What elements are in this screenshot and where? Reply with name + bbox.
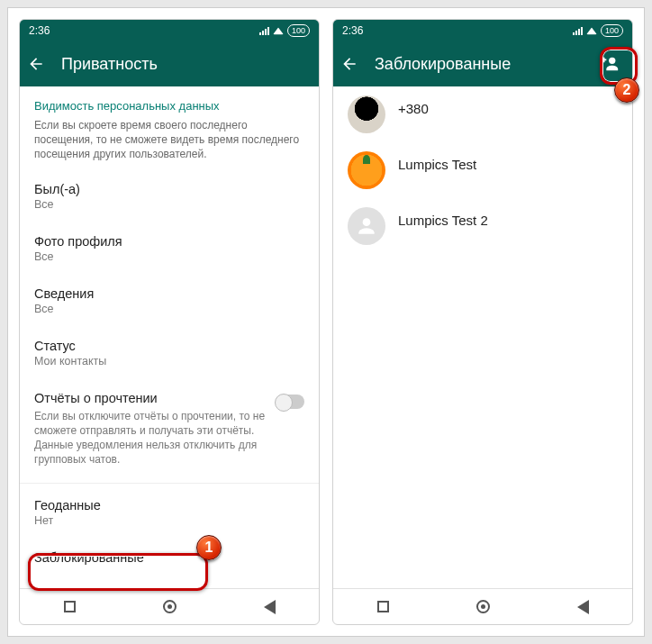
setting-label: Был(-а) [34,182,304,196]
contact-name: Lumpics Test [398,157,476,172]
back-arrow-icon[interactable] [340,55,358,73]
svg-point-1 [363,218,371,226]
signal-icon [259,26,269,35]
setting-read-receipts[interactable]: Отчёты о прочтении Если вы отключите отч… [20,380,319,480]
setting-label: Фото профиля [34,234,304,249]
battery-icon: 100 [287,24,310,37]
privacy-content: Видимость персональных данных Если вы ск… [20,86,319,588]
phone-privacy: 2:36 100 Приватность Видимость персональ… [19,19,320,625]
callout-box-1 [28,553,208,591]
setting-status[interactable]: Статус Мои контакты [20,328,319,380]
wifi-icon [586,27,597,34]
back-arrow-icon[interactable] [27,55,45,73]
appbar-blocked: Заблокированные [333,41,632,86]
blocked-contact[interactable]: Lumpics Test 2 [333,198,632,254]
battery-icon: 100 [601,24,623,37]
contact-sub [398,228,488,240]
contact-sub [398,116,429,129]
callout-badge-2: 2 [614,77,639,103]
nav-back-icon[interactable] [264,600,276,614]
nav-back-icon[interactable] [577,600,589,614]
nav-home-icon[interactable] [163,600,177,613]
clock: 2:36 [342,24,363,37]
setting-value: Все [34,250,304,263]
setting-value: Мои контакты [34,355,304,367]
contact-name: Lumpics Test 2 [398,213,488,228]
blocked-content: +380 Lumpics Test Lumpics Test 2 [333,86,632,588]
phone-blocked: 2:36 100 Заблокированные +380 [332,19,633,625]
setting-value: Нет [34,514,304,527]
setting-label: Статус [34,339,304,353]
nav-recents-icon[interactable] [377,601,389,612]
setting-live-location[interactable]: Геоданные Нет [20,487,319,540]
setting-value: Все [34,303,304,315]
setting-desc: Если вы отключите отчёты о прочтении, то… [34,409,267,467]
setting-profile-photo[interactable]: Фото профиля Все [20,223,319,276]
wifi-icon [273,27,284,34]
appbar-privacy: Приватность [20,41,319,86]
contact-sub [398,172,476,185]
android-navbar [20,588,319,624]
blocked-contact[interactable]: Lumpics Test [333,142,632,198]
android-navbar [333,588,632,624]
blocked-contact[interactable]: +380 [333,86,632,142]
appbar-title: Заблокированные [375,55,584,74]
avatar [348,207,385,245]
callout-badge-1: 1 [196,535,222,560]
contact-name: +380 [398,101,429,116]
nav-recents-icon[interactable] [64,601,76,612]
clock: 2:36 [29,24,50,37]
setting-label: Отчёты о прочтении [34,391,267,405]
signal-icon [573,26,583,35]
nav-home-icon[interactable] [476,600,490,613]
setting-label: Сведения [34,286,304,301]
section-title: Видимость персональных данных [20,86,319,118]
section-desc: Если вы скроете время своего последнего … [20,118,319,171]
status-bar: 2:36 100 [20,20,319,41]
setting-value: Все [34,198,304,211]
divider [20,483,319,484]
status-bar: 2:36 100 [333,20,632,41]
setting-last-seen[interactable]: Был(-а) Все [20,171,319,223]
appbar-title: Приватность [61,55,312,74]
avatar [348,95,385,133]
toggle-switch[interactable] [276,395,304,409]
avatar [348,151,385,189]
setting-label: Геоданные [34,498,304,512]
setting-about[interactable]: Сведения Все [20,276,319,328]
